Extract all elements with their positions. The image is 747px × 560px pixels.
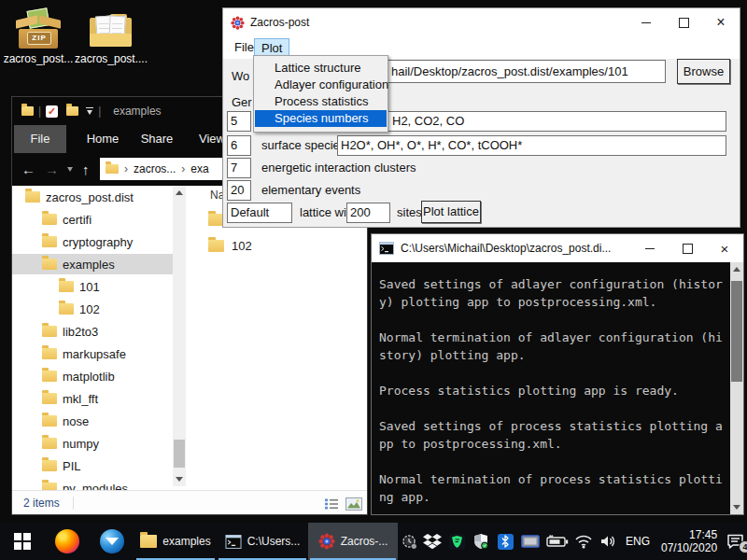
maximize-button[interactable] <box>665 8 702 36</box>
clusters-label: energetic interaction clusters <box>261 161 416 175</box>
taskbar-zacros-button[interactable]: Zacros-... <box>308 523 398 560</box>
minimize-icon <box>641 22 651 23</box>
close-button[interactable]: × <box>702 8 740 36</box>
tab-file[interactable]: File <box>14 125 66 153</box>
taskbar-firefox-button[interactable] <box>45 523 90 560</box>
events-count-input[interactable]: 20 <box>227 180 251 201</box>
explorer-window-title: examples <box>113 105 161 118</box>
console-line: Process statistics plotting app is ready… <box>379 382 730 399</box>
console-line <box>379 453 730 470</box>
menu-item-process-statistics[interactable]: Process statistics <box>255 93 387 110</box>
menu-item-adlayer-configuration[interactable]: Adlayer configuration <box>255 77 387 93</box>
folder-icon <box>42 259 57 270</box>
forward-icon[interactable]: → <box>45 161 59 177</box>
close-button[interactable]: × <box>706 234 743 262</box>
scrollbar-thumb[interactable] <box>731 281 742 382</box>
explorer-icon <box>21 106 34 116</box>
tree-item[interactable]: 101 <box>12 276 173 297</box>
tree-item-selected[interactable]: examples <box>12 254 173 274</box>
console-scrollbar[interactable] <box>730 262 743 514</box>
fsecure-shield-icon[interactable] <box>444 534 469 550</box>
scroll-down-icon[interactable] <box>176 477 183 482</box>
details-view-button[interactable] <box>320 494 342 513</box>
properties-icon[interactable]: ✓ <box>46 105 58 118</box>
folder-icon <box>140 535 157 548</box>
plot-lattice-button[interactable]: Plot lattice <box>421 201 481 223</box>
folder-icon <box>42 326 57 337</box>
folder-icon <box>42 348 57 359</box>
taskbar: examples C:\Users... Zacros-... <box>0 523 747 560</box>
tree-item[interactable]: PIL <box>12 455 173 476</box>
scroll-up-icon[interactable] <box>733 267 740 272</box>
windows-security-shield-icon[interactable] <box>469 534 493 549</box>
browse-button[interactable]: Browse <box>677 59 730 84</box>
dropbox-icon[interactable] <box>420 534 444 550</box>
tree-item[interactable]: nose <box>12 411 173 431</box>
tab-share[interactable]: Share <box>134 125 180 153</box>
console-line <box>379 399 730 417</box>
start-button[interactable] <box>0 523 45 560</box>
minimize-button[interactable] <box>627 8 665 36</box>
update-clock-icon[interactable] <box>398 534 420 550</box>
customize-quick-access-icon[interactable] <box>86 107 93 115</box>
tree-item[interactable]: mkl_fft <box>12 388 173 409</box>
tree-item[interactable]: certifi <box>12 209 173 230</box>
console-icon <box>379 242 394 255</box>
tree-item[interactable]: cryptography <box>12 231 173 252</box>
battery-charging-icon[interactable] <box>543 535 571 548</box>
plot-dropdown-menu: Lattice structure Adlayer configuration … <box>253 55 388 133</box>
desktop: ZIP zacros_post... zacros_post.... | ✓ |… <box>0 0 747 560</box>
taskbar-console-button[interactable]: C:\Users... <box>217 523 308 560</box>
tree-item[interactable]: 102 <box>12 299 173 319</box>
file-item[interactable]: 102 <box>188 235 252 256</box>
tree-item[interactable]: lib2to3 <box>12 321 173 342</box>
taskbar-explorer-button[interactable]: examples <box>134 523 217 560</box>
tree-scrollbar[interactable] <box>173 186 186 486</box>
menu-item-species-numbers[interactable]: Species numbers <box>255 110 387 127</box>
console-icon <box>225 535 242 549</box>
recent-locations-icon[interactable] <box>67 167 73 172</box>
tree-item[interactable]: matplotlib <box>12 366 173 386</box>
taskbar-thunderbird-button[interactable] <box>90 523 134 560</box>
desktop-icon-zip[interactable]: ZIP zacros_post... <box>2 9 75 65</box>
firefox-icon <box>55 529 79 553</box>
tree-item[interactable]: numpy <box>12 433 173 454</box>
scroll-up-icon[interactable] <box>176 190 183 195</box>
menu-item-lattice-structure[interactable]: Lattice structure <box>255 60 387 77</box>
language-indicator[interactable]: ENG <box>622 535 654 548</box>
speaker-icon[interactable] <box>596 534 622 549</box>
gas-species-count-input[interactable]: 5 <box>227 111 251 132</box>
breadcrumb-sep-icon: › <box>181 162 185 175</box>
tree-item[interactable]: zacros_post.dist <box>12 187 173 207</box>
folder-icon <box>42 236 57 247</box>
wifi-icon[interactable] <box>571 534 596 549</box>
scroll-down-icon[interactable] <box>733 505 740 510</box>
back-icon[interactable]: ← <box>21 161 35 177</box>
system-tray: ENG 17:45 07/10/2020 4 <box>398 523 747 560</box>
clock[interactable]: 17:45 07/10/2020 <box>661 528 717 554</box>
tree-item[interactable]: markupsafe <box>12 343 173 364</box>
display-icon[interactable] <box>517 535 543 549</box>
breadcrumb-segment[interactable]: zacros... <box>134 162 176 175</box>
tab-home[interactable]: Home <box>79 125 126 153</box>
maximize-button[interactable] <box>669 234 706 262</box>
up-icon[interactable]: ↑ <box>82 161 90 177</box>
surface-species-input[interactable]: H2O*, OH*, O*, H*, CO*, tCOOH* <box>337 135 726 156</box>
console-line: story) plotting app. <box>379 346 730 364</box>
scrollbar-thumb[interactable] <box>174 440 185 468</box>
maximize-icon <box>683 244 693 254</box>
clusters-count-input[interactable]: 7 <box>227 158 251 178</box>
new-folder-icon[interactable] <box>66 106 78 116</box>
lattice-sites-input[interactable]: 200 <box>346 203 390 223</box>
breadcrumb-segment[interactable]: exa <box>190 162 208 175</box>
thumbnail-view-button[interactable] <box>343 494 364 513</box>
details-view-icon <box>324 497 339 511</box>
thumbnail-view-icon <box>345 497 362 511</box>
lattice-type-input[interactable]: Default <box>227 203 292 223</box>
bluetooth-icon[interactable] <box>493 534 517 550</box>
folder-icon <box>42 371 57 382</box>
action-center-button[interactable]: 4 <box>723 534 747 550</box>
desktop-icon-folder[interactable]: zacros_post.... <box>75 9 148 65</box>
surface-species-count-input[interactable]: 6 <box>227 135 251 156</box>
minimize-button[interactable] <box>631 234 669 262</box>
